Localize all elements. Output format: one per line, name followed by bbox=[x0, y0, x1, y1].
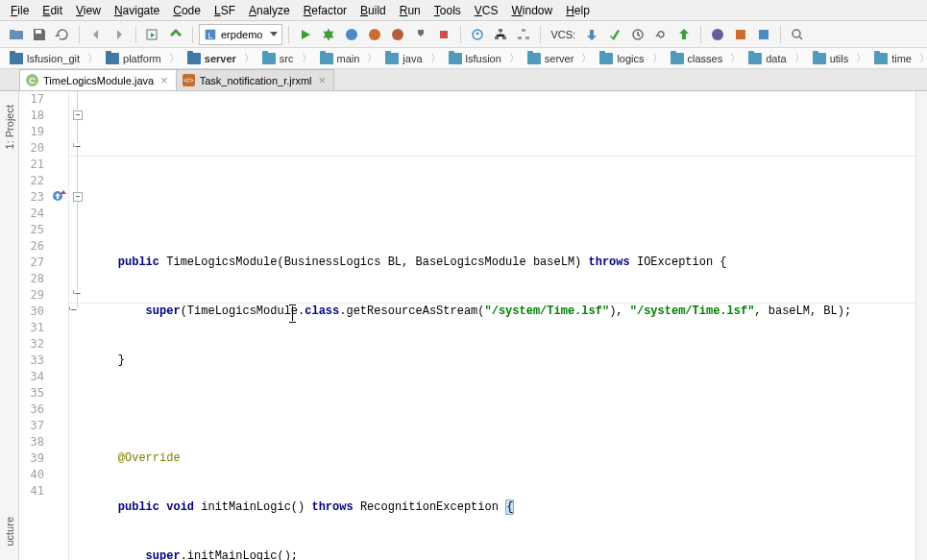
tree-icon[interactable] bbox=[490, 24, 511, 45]
code-editor[interactable]: public TimeLogicsModule(BusinessLogics B… bbox=[69, 91, 915, 560]
idea-icon[interactable] bbox=[730, 24, 751, 45]
line-number[interactable]: 35 bbox=[19, 385, 44, 402]
menu-build[interactable]: Build bbox=[354, 2, 393, 19]
share-icon[interactable] bbox=[467, 24, 488, 45]
line-number[interactable]: 23 bbox=[19, 189, 44, 206]
breadcrumb-item[interactable]: data bbox=[744, 52, 790, 65]
tab-task-notification[interactable]: </> Task_notification_r.jrxml × bbox=[176, 69, 334, 90]
menu-window[interactable]: Window bbox=[504, 2, 559, 19]
run-icon[interactable] bbox=[295, 24, 316, 45]
line-number[interactable]: 39 bbox=[19, 450, 44, 467]
svg-point-6 bbox=[369, 29, 380, 40]
error-stripe[interactable] bbox=[915, 91, 927, 560]
breadcrumb-item[interactable]: logics bbox=[596, 52, 647, 65]
breadcrumb-sep: 〉 bbox=[793, 51, 807, 65]
line-number[interactable]: 25 bbox=[19, 222, 44, 238]
side-tab-project[interactable]: 1: Project bbox=[0, 99, 18, 155]
line-number[interactable]: 34 bbox=[19, 369, 44, 385]
side-tab-structure[interactable]: ucture bbox=[0, 511, 18, 552]
override-up-icon[interactable] bbox=[60, 190, 67, 198]
run-config-combo[interactable]: L erpdemo bbox=[199, 24, 282, 45]
menu-lsf[interactable]: LSF bbox=[207, 2, 242, 19]
breadcrumb-item[interactable]: classes bbox=[667, 52, 727, 65]
menu-view[interactable]: View bbox=[69, 2, 108, 19]
search-icon[interactable] bbox=[787, 24, 808, 45]
line-number[interactable]: 22 bbox=[19, 173, 44, 189]
line-number[interactable]: 21 bbox=[19, 157, 44, 173]
menu-refactor[interactable]: Refactor bbox=[297, 2, 354, 19]
fold-icon[interactable] bbox=[73, 110, 83, 120]
breadcrumb-item[interactable]: server bbox=[524, 52, 578, 65]
fold-end-icon[interactable] bbox=[73, 143, 81, 147]
vcs-history-icon[interactable] bbox=[627, 24, 648, 45]
breadcrumb-item[interactable]: src bbox=[258, 52, 298, 65]
stop-icon[interactable] bbox=[433, 24, 454, 45]
menu-code[interactable]: Code bbox=[166, 2, 207, 19]
line-number[interactable]: 20 bbox=[19, 140, 44, 157]
breadcrumb-item[interactable]: lsfusion_git bbox=[6, 52, 84, 65]
breadcrumb-item[interactable]: platform bbox=[102, 52, 165, 65]
vcs-update-icon[interactable] bbox=[581, 24, 602, 45]
profile2-icon[interactable] bbox=[387, 24, 408, 45]
breadcrumb-item[interactable]: utils bbox=[809, 52, 853, 65]
fold-icon[interactable] bbox=[73, 192, 83, 202]
svg-point-17 bbox=[712, 29, 723, 40]
menu-tools[interactable]: Tools bbox=[427, 2, 468, 19]
line-number[interactable]: 18 bbox=[19, 108, 44, 124]
attach-icon[interactable] bbox=[410, 24, 431, 45]
breadcrumb-item[interactable]: time bbox=[870, 52, 915, 65]
breadcrumb-label: src bbox=[280, 53, 294, 64]
line-number[interactable]: 29 bbox=[19, 287, 44, 304]
vcs-revert-icon[interactable] bbox=[650, 24, 671, 45]
breadcrumb-item[interactable]: lsfusion bbox=[445, 52, 505, 65]
line-number[interactable]: 26 bbox=[19, 238, 44, 255]
coverage-icon[interactable] bbox=[341, 24, 362, 45]
back-icon[interactable] bbox=[85, 24, 107, 45]
line-number[interactable]: 27 bbox=[19, 255, 44, 271]
line-number[interactable]: 24 bbox=[19, 206, 44, 222]
breadcrumb-item[interactable]: java bbox=[381, 52, 426, 65]
fold-end-icon[interactable] bbox=[73, 290, 81, 294]
build-icon[interactable] bbox=[165, 24, 186, 45]
close-icon[interactable]: × bbox=[159, 73, 170, 87]
tab-timelogicsmodule[interactable]: C TimeLogicsModule.java × bbox=[19, 69, 177, 90]
breadcrumb-item[interactable]: server bbox=[183, 52, 240, 65]
svg-point-7 bbox=[392, 29, 403, 40]
line-number[interactable]: 31 bbox=[19, 320, 44, 336]
line-number[interactable]: 41 bbox=[19, 483, 44, 499]
line-number[interactable]: 28 bbox=[19, 271, 44, 287]
menu-navigate[interactable]: Navigate bbox=[108, 2, 166, 19]
menu-edit[interactable]: Edit bbox=[36, 2, 69, 19]
vcs-push-icon[interactable] bbox=[673, 24, 695, 45]
open-icon[interactable] bbox=[6, 24, 27, 45]
close-icon[interactable]: × bbox=[317, 73, 329, 87]
breadcrumb-item[interactable]: main bbox=[316, 52, 364, 65]
line-number[interactable]: 30 bbox=[19, 304, 44, 320]
menu-analyze[interactable]: Analyze bbox=[242, 2, 297, 19]
tree2-icon[interactable] bbox=[513, 24, 534, 45]
line-number[interactable]: 36 bbox=[19, 402, 44, 418]
line-number[interactable]: 32 bbox=[19, 336, 44, 353]
menu-run[interactable]: Run bbox=[393, 2, 427, 19]
settings-icon[interactable] bbox=[753, 24, 774, 45]
menu-vcs[interactable]: VCS bbox=[468, 2, 505, 19]
debug-icon[interactable] bbox=[318, 24, 339, 45]
fold-end-icon[interactable] bbox=[69, 306, 77, 310]
vcs-commit-icon[interactable] bbox=[604, 24, 625, 45]
line-number[interactable]: 38 bbox=[19, 434, 44, 450]
line-number[interactable]: 33 bbox=[19, 353, 44, 369]
run-context-icon[interactable] bbox=[142, 24, 163, 45]
svg-point-20 bbox=[793, 30, 800, 37]
profile-icon[interactable] bbox=[364, 24, 385, 45]
refresh-icon[interactable] bbox=[52, 24, 73, 45]
line-number[interactable]: 17 bbox=[19, 91, 44, 108]
eclipse-icon[interactable] bbox=[707, 24, 728, 45]
line-number[interactable]: 40 bbox=[19, 467, 44, 483]
menu-file[interactable]: File bbox=[4, 2, 36, 19]
save-icon[interactable] bbox=[29, 24, 50, 45]
menu-help[interactable]: Help bbox=[559, 2, 597, 19]
folder-icon bbox=[10, 53, 23, 64]
line-number[interactable]: 37 bbox=[19, 418, 44, 434]
line-number[interactable]: 19 bbox=[19, 124, 44, 140]
forward-icon[interactable] bbox=[109, 24, 130, 45]
